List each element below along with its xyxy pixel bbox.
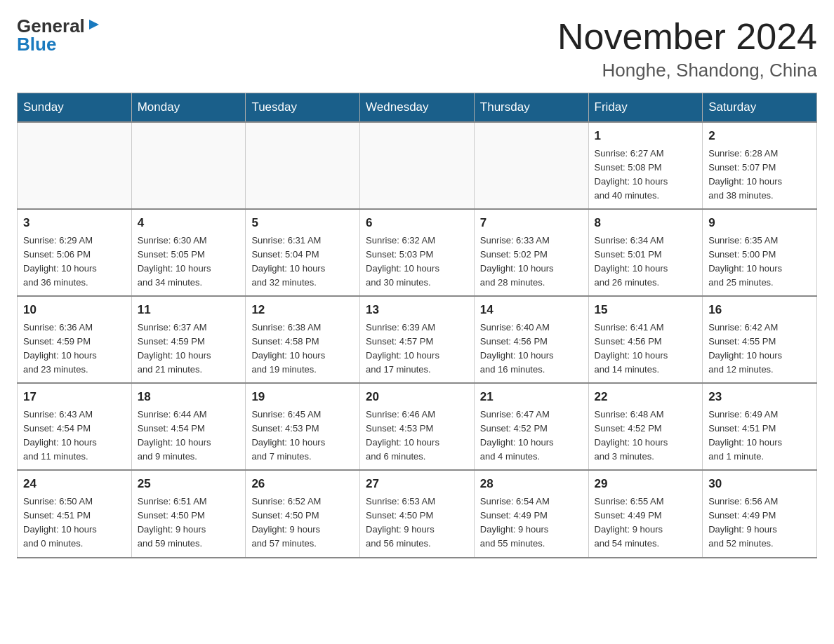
header: General Blue November 2024 Honghe, Shand…	[17, 17, 817, 81]
day-number: 18	[138, 388, 240, 406]
day-info: Sunrise: 6:52 AM Sunset: 4:50 PM Dayligh…	[251, 496, 321, 549]
day-number: 23	[708, 388, 811, 406]
day-info: Sunrise: 6:32 AM Sunset: 5:03 PM Dayligh…	[366, 235, 439, 288]
day-info: Sunrise: 6:50 AM Sunset: 4:51 PM Dayligh…	[23, 496, 97, 549]
day-number: 2	[708, 127, 811, 145]
day-info: Sunrise: 6:37 AM Sunset: 4:59 PM Dayligh…	[138, 322, 211, 375]
day-info: Sunrise: 6:43 AM Sunset: 4:54 PM Dayligh…	[23, 409, 97, 462]
day-cell: 2Sunrise: 6:28 AM Sunset: 5:07 PM Daylig…	[703, 122, 817, 209]
day-number: 24	[23, 475, 126, 493]
day-info: Sunrise: 6:35 AM Sunset: 5:00 PM Dayligh…	[708, 235, 782, 288]
column-header-friday: Friday	[588, 93, 703, 123]
day-number: 29	[595, 475, 697, 493]
day-cell: 14Sunrise: 6:40 AM Sunset: 4:56 PM Dayli…	[474, 296, 588, 383]
svg-marker-0	[89, 20, 99, 29]
day-number: 11	[138, 301, 240, 319]
day-cell: 11Sunrise: 6:37 AM Sunset: 4:59 PM Dayli…	[131, 296, 246, 383]
day-cell: 7Sunrise: 6:33 AM Sunset: 5:02 PM Daylig…	[474, 209, 588, 296]
day-info: Sunrise: 6:49 AM Sunset: 4:51 PM Dayligh…	[708, 409, 782, 462]
calendar-header-row: SundayMondayTuesdayWednesdayThursdayFrid…	[18, 93, 817, 123]
day-cell	[360, 122, 475, 209]
day-info: Sunrise: 6:54 AM Sunset: 4:49 PM Dayligh…	[480, 496, 550, 549]
location-subtitle: Honghe, Shandong, China	[557, 60, 817, 81]
day-number: 22	[595, 388, 697, 406]
day-cell: 21Sunrise: 6:47 AM Sunset: 4:52 PM Dayli…	[474, 383, 588, 470]
day-cell: 23Sunrise: 6:49 AM Sunset: 4:51 PM Dayli…	[703, 383, 817, 470]
day-cell: 19Sunrise: 6:45 AM Sunset: 4:53 PM Dayli…	[246, 383, 360, 470]
day-cell: 10Sunrise: 6:36 AM Sunset: 4:59 PM Dayli…	[18, 296, 132, 383]
day-number: 16	[708, 301, 811, 319]
day-cell: 30Sunrise: 6:56 AM Sunset: 4:49 PM Dayli…	[703, 470, 817, 557]
day-cell: 24Sunrise: 6:50 AM Sunset: 4:51 PM Dayli…	[18, 470, 132, 557]
day-info: Sunrise: 6:40 AM Sunset: 4:56 PM Dayligh…	[480, 322, 554, 375]
week-row-1: 1Sunrise: 6:27 AM Sunset: 5:08 PM Daylig…	[18, 122, 817, 209]
day-info: Sunrise: 6:34 AM Sunset: 5:01 PM Dayligh…	[595, 235, 668, 288]
day-number: 14	[480, 301, 583, 319]
day-number: 6	[366, 214, 468, 232]
day-number: 9	[708, 214, 811, 232]
day-info: Sunrise: 6:46 AM Sunset: 4:53 PM Dayligh…	[366, 409, 439, 462]
day-info: Sunrise: 6:39 AM Sunset: 4:57 PM Dayligh…	[366, 322, 439, 375]
day-number: 5	[251, 214, 354, 232]
day-info: Sunrise: 6:55 AM Sunset: 4:49 PM Dayligh…	[595, 496, 664, 549]
column-header-thursday: Thursday	[474, 93, 588, 123]
day-cell: 29Sunrise: 6:55 AM Sunset: 4:49 PM Dayli…	[588, 470, 703, 557]
day-info: Sunrise: 6:56 AM Sunset: 4:49 PM Dayligh…	[708, 496, 778, 549]
day-number: 28	[480, 475, 583, 493]
day-info: Sunrise: 6:47 AM Sunset: 4:52 PM Dayligh…	[480, 409, 554, 462]
day-number: 15	[595, 301, 697, 319]
day-cell: 4Sunrise: 6:30 AM Sunset: 5:05 PM Daylig…	[131, 209, 246, 296]
day-number: 10	[23, 301, 126, 319]
logo: General Blue	[17, 17, 102, 53]
day-cell: 25Sunrise: 6:51 AM Sunset: 4:50 PM Dayli…	[131, 470, 246, 557]
day-info: Sunrise: 6:31 AM Sunset: 5:04 PM Dayligh…	[251, 235, 325, 288]
day-number: 17	[23, 388, 126, 406]
day-info: Sunrise: 6:48 AM Sunset: 4:52 PM Dayligh…	[595, 409, 668, 462]
day-number: 25	[138, 475, 240, 493]
column-header-wednesday: Wednesday	[360, 93, 475, 123]
day-number: 20	[366, 388, 468, 406]
day-cell: 18Sunrise: 6:44 AM Sunset: 4:54 PM Dayli…	[131, 383, 246, 470]
day-cell	[131, 122, 246, 209]
week-row-3: 10Sunrise: 6:36 AM Sunset: 4:59 PM Dayli…	[18, 296, 817, 383]
day-number: 3	[23, 214, 126, 232]
week-row-2: 3Sunrise: 6:29 AM Sunset: 5:06 PM Daylig…	[18, 209, 817, 296]
day-cell: 26Sunrise: 6:52 AM Sunset: 4:50 PM Dayli…	[246, 470, 360, 557]
day-info: Sunrise: 6:36 AM Sunset: 4:59 PM Dayligh…	[23, 322, 97, 375]
week-row-4: 17Sunrise: 6:43 AM Sunset: 4:54 PM Dayli…	[18, 383, 817, 470]
day-number: 1	[595, 127, 697, 145]
calendar-table: SundayMondayTuesdayWednesdayThursdayFrid…	[17, 93, 817, 558]
day-info: Sunrise: 6:53 AM Sunset: 4:50 PM Dayligh…	[366, 496, 435, 549]
day-cell: 16Sunrise: 6:42 AM Sunset: 4:55 PM Dayli…	[703, 296, 817, 383]
day-info: Sunrise: 6:27 AM Sunset: 5:08 PM Dayligh…	[595, 148, 668, 201]
day-info: Sunrise: 6:44 AM Sunset: 4:54 PM Dayligh…	[138, 409, 211, 462]
day-info: Sunrise: 6:29 AM Sunset: 5:06 PM Dayligh…	[23, 235, 97, 288]
day-info: Sunrise: 6:33 AM Sunset: 5:02 PM Dayligh…	[480, 235, 554, 288]
day-cell: 8Sunrise: 6:34 AM Sunset: 5:01 PM Daylig…	[588, 209, 703, 296]
day-cell: 20Sunrise: 6:46 AM Sunset: 4:53 PM Dayli…	[360, 383, 475, 470]
day-cell	[18, 122, 132, 209]
logo-general-text: General	[17, 17, 85, 35]
day-info: Sunrise: 6:28 AM Sunset: 5:07 PM Dayligh…	[708, 148, 782, 201]
column-header-saturday: Saturday	[703, 93, 817, 123]
day-cell	[474, 122, 588, 209]
day-info: Sunrise: 6:38 AM Sunset: 4:58 PM Dayligh…	[251, 322, 325, 375]
day-info: Sunrise: 6:30 AM Sunset: 5:05 PM Dayligh…	[138, 235, 211, 288]
day-cell: 28Sunrise: 6:54 AM Sunset: 4:49 PM Dayli…	[474, 470, 588, 557]
day-cell: 9Sunrise: 6:35 AM Sunset: 5:00 PM Daylig…	[703, 209, 817, 296]
day-info: Sunrise: 6:45 AM Sunset: 4:53 PM Dayligh…	[251, 409, 325, 462]
day-number: 27	[366, 475, 468, 493]
week-row-5: 24Sunrise: 6:50 AM Sunset: 4:51 PM Dayli…	[18, 470, 817, 557]
day-cell: 6Sunrise: 6:32 AM Sunset: 5:03 PM Daylig…	[360, 209, 475, 296]
day-cell: 15Sunrise: 6:41 AM Sunset: 4:56 PM Dayli…	[588, 296, 703, 383]
day-number: 8	[595, 214, 697, 232]
month-year-title: November 2024	[557, 17, 817, 57]
day-cell: 3Sunrise: 6:29 AM Sunset: 5:06 PM Daylig…	[18, 209, 132, 296]
day-info: Sunrise: 6:42 AM Sunset: 4:55 PM Dayligh…	[708, 322, 782, 375]
column-header-monday: Monday	[131, 93, 246, 123]
day-info: Sunrise: 6:41 AM Sunset: 4:56 PM Dayligh…	[595, 322, 668, 375]
day-number: 7	[480, 214, 583, 232]
day-cell: 13Sunrise: 6:39 AM Sunset: 4:57 PM Dayli…	[360, 296, 475, 383]
title-area: November 2024 Honghe, Shandong, China	[557, 17, 817, 81]
day-number: 19	[251, 388, 354, 406]
